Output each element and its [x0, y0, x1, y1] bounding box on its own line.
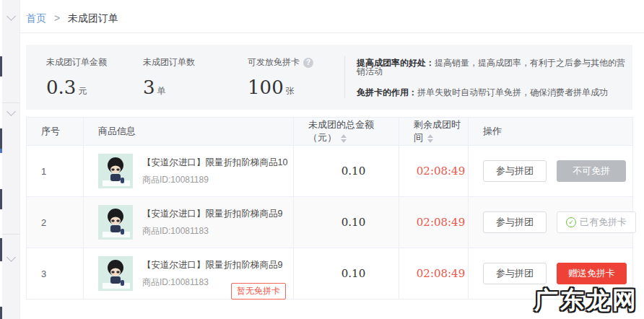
sidebar-divider [2, 102, 19, 103]
has-exempt-card-button: ✓ 已有免拼卡 [557, 211, 636, 233]
sort-icon[interactable] [341, 134, 347, 143]
row-index: 1 [27, 146, 84, 197]
table-header-row: 序号 商品信息 未成团的总金额（元） 剩余成团时间 操作 [27, 118, 633, 146]
panel-divider [344, 56, 345, 98]
orders-table: 序号 商品信息 未成团的总金额（元） 剩余成团时间 操作 1 [26, 117, 633, 300]
stat-unit: 单 [157, 86, 165, 96]
tips: 提高成团率的好处：提高销量，提高成团率，有利于之后参与其他的营销活动 免拼卡的作… [357, 58, 632, 97]
col-header-index: 序号 [27, 118, 84, 146]
sidebar-divider [2, 234, 19, 235]
chevron-down-icon[interactable] [6, 253, 16, 262]
question-mark-icon[interactable]: ? [303, 58, 313, 68]
row-index: 2 [27, 197, 84, 248]
countdown-timer: 02:08:49 [417, 267, 465, 280]
stats-panel: 未成团订单金额 0.3元 未成团订单数 3单 可发放免拼卡 ? 100张 提高成… [26, 45, 632, 110]
unpaid-amount: 0.10 [341, 165, 365, 178]
stat-value: 3 [143, 77, 155, 98]
unpaid-amount: 0.10 [341, 267, 365, 280]
header-divider [19, 32, 644, 33]
page: 首页 > 未成团订单 未成团订单金额 0.3元 未成团订单数 3单 可发放免拼卡… [0, 0, 644, 319]
col-header-time: 剩余成团时间 [399, 118, 469, 146]
no-exempt-card-tag: 暂无免拼卡 [231, 283, 286, 300]
breadcrumb-home-link[interactable]: 首页 [26, 12, 46, 24]
table-row: 1 【安道尔进口】限量折扣阶梯商品10 商品ID:10081189 0.10 0… [27, 146, 633, 197]
stat-label: 未成团订单数 [143, 56, 248, 69]
page-title: 未成团订单 [68, 12, 118, 24]
product-title: 【安道尔进口】限量折扣阶梯商品9 [142, 208, 282, 220]
col-header-actions: 操作 [469, 118, 633, 146]
chevron-down-icon[interactable] [6, 107, 16, 116]
tip-text: 拼单失败时自动帮订单免拼，确保消费者拼单成功 [417, 87, 608, 97]
join-group-button[interactable]: 参与拼团 [483, 211, 547, 233]
product-thumbnail [98, 154, 133, 188]
col-header-product: 商品信息 [84, 118, 294, 146]
stat-label: 未成团订单金额 [46, 56, 143, 69]
product-title: 【安道尔进口】限量折扣阶梯商品9 [142, 259, 282, 271]
product-id: 商品ID:10081183 [142, 225, 282, 237]
cannot-exempt-button: 不可免拼 [557, 160, 626, 182]
product-id: 商品ID:10081189 [142, 174, 287, 186]
tip-label: 免拼卡的作用： [357, 87, 417, 97]
stat-unit: 张 [286, 86, 295, 96]
table-row: 2 【安道尔进口】限量折扣阶梯商品9 商品ID:10081183 0.10 02… [27, 197, 633, 248]
site-watermark: 广东龙网 [534, 284, 638, 317]
countdown-timer: 02:08:49 [417, 165, 465, 178]
row-index: 3 [27, 248, 84, 300]
product-title: 【安道尔进口】限量折扣阶梯商品10 [142, 157, 287, 169]
check-circle-icon: ✓ [566, 217, 576, 227]
stat-label: 可发放免拼卡 [248, 56, 300, 69]
join-group-button[interactable]: 参与拼团 [483, 160, 547, 182]
sort-icon[interactable] [427, 134, 433, 143]
countdown-timer: 02:08:49 [417, 216, 465, 229]
breadcrumb: 首页 > 未成团订单 [26, 12, 118, 25]
gift-exempt-card-button[interactable]: 赠送免拼卡 [557, 263, 627, 284]
product-thumbnail [98, 256, 133, 291]
collapsed-sidebar [2, 0, 20, 319]
col-header-amount: 未成团的总金额（元） [294, 118, 399, 146]
join-group-button[interactable]: 参与拼团 [483, 263, 547, 284]
product-thumbnail [98, 205, 133, 240]
stat-value: 0.3 [46, 77, 76, 98]
breadcrumb-separator: > [54, 12, 60, 24]
stat-unit: 元 [78, 86, 87, 96]
unpaid-amount: 0.10 [341, 216, 365, 229]
chevron-down-icon[interactable] [6, 12, 16, 21]
stat-value: 100 [248, 77, 284, 98]
